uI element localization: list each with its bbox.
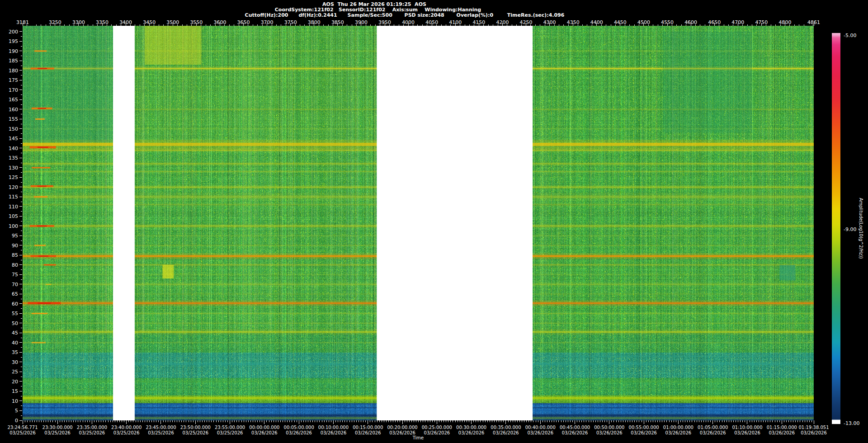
left-axis-minor-tick xyxy=(21,94,22,95)
bottom-axis-minor-tick xyxy=(223,420,223,422)
bottom-axis-minor-tick xyxy=(492,420,492,422)
top-axis-minor-tick xyxy=(281,24,281,26)
bottom-axis-minor-tick xyxy=(285,420,285,422)
bottom-axis-minor-tick xyxy=(676,420,676,422)
bottom-axis-minor-tick xyxy=(386,420,387,422)
top-axis-minor-tick xyxy=(507,24,507,26)
bottom-axis-minor-tick xyxy=(556,420,557,422)
bottom-axis-minor-tick xyxy=(287,420,288,422)
left-axis-minor-tick xyxy=(21,367,22,367)
bottom-axis-minor-tick xyxy=(689,420,690,422)
left-axis-minor-tick xyxy=(21,318,22,319)
top-axis-minor-tick xyxy=(417,24,418,26)
top-axis-minor-tick xyxy=(498,24,498,26)
bottom-axis-minor-tick xyxy=(786,420,787,422)
top-axis-minor-tick xyxy=(323,24,324,26)
bottom-axis-minor-tick xyxy=(706,420,706,422)
bottom-axis-minor-tick xyxy=(501,420,501,422)
bottom-axis-minor-tick xyxy=(724,420,725,422)
bottom-axis-minor-tick xyxy=(779,420,780,422)
bottom-axis-minor-tick xyxy=(750,420,750,422)
bottom-axis-minor-tick xyxy=(453,420,453,422)
bottom-axis-minor-tick xyxy=(765,420,766,422)
left-axis-minor-tick xyxy=(21,66,22,66)
top-axis-minor-tick xyxy=(83,24,84,26)
bottom-axis-minor-tick xyxy=(271,420,272,422)
left-axis-label: 55 xyxy=(0,311,18,316)
top-axis-minor-tick xyxy=(488,24,489,26)
bottom-axis-minor-tick xyxy=(94,420,94,422)
app-window: { "header": { "line1": "AOS Thu 26 Mar 2… xyxy=(0,0,868,443)
bottom-axis-minor-tick xyxy=(168,420,168,422)
top-axis-minor-tick xyxy=(177,24,178,26)
top-axis-minor-tick xyxy=(234,24,234,26)
left-axis-minor-tick xyxy=(21,221,22,222)
top-axis-minor-tick xyxy=(446,24,446,26)
bottom-axis-minor-tick xyxy=(60,420,60,422)
top-axis-minor-tick xyxy=(483,24,484,26)
bottom-axis-label: 00:15:00.000 03/26/2026 xyxy=(353,425,383,436)
bottom-axis-minor-tick xyxy=(39,420,39,422)
spectrogram-plot[interactable] xyxy=(23,26,814,420)
bottom-axis-minor-tick xyxy=(669,420,670,422)
bottom-axis-minor-tick xyxy=(393,420,393,422)
top-axis-minor-tick xyxy=(182,24,183,26)
bottom-axis-minor-tick xyxy=(379,420,380,422)
left-axis-minor-tick xyxy=(21,279,22,280)
top-axis-minor-tick xyxy=(559,24,559,26)
bottom-axis-minor-tick xyxy=(236,420,237,422)
bottom-axis-minor-tick xyxy=(763,420,764,422)
bottom-axis-minor-tick xyxy=(198,420,198,422)
bottom-axis-minor-tick xyxy=(43,420,44,422)
bottom-axis-minor-tick xyxy=(147,420,147,422)
bottom-axis-tick xyxy=(712,420,713,424)
bottom-axis-minor-tick xyxy=(458,420,458,422)
bottom-axis-minor-tick xyxy=(108,420,108,422)
bottom-axis-label: 00:05:00.000 03/26/2026 xyxy=(284,425,314,436)
bottom-axis-label: 00:30:00.000 03/26/2026 xyxy=(456,425,486,436)
top-axis-minor-tick xyxy=(460,24,460,26)
bottom-axis-minor-tick xyxy=(441,420,442,422)
top-axis-tick xyxy=(102,23,103,26)
bottom-axis-minor-tick xyxy=(533,420,533,422)
bottom-axis-minor-tick xyxy=(722,420,722,422)
bottom-axis-minor-tick xyxy=(414,420,414,422)
top-axis-minor-tick xyxy=(719,24,719,26)
bottom-axis-minor-tick xyxy=(464,420,465,422)
bottom-axis-minor-tick xyxy=(526,420,527,422)
bottom-axis-minor-tick xyxy=(377,420,377,422)
bottom-axis-label: 00:00:00.000 03/26/2026 xyxy=(249,425,279,436)
bottom-axis-minor-tick xyxy=(213,420,214,422)
left-axis-tick xyxy=(19,410,22,411)
top-axis-minor-tick xyxy=(352,24,352,26)
bottom-axis-minor-tick xyxy=(432,420,433,422)
left-axis-tick xyxy=(19,167,22,168)
top-axis-minor-tick xyxy=(662,24,663,26)
bottom-axis-minor-tick xyxy=(131,420,131,422)
top-axis-tick xyxy=(620,23,620,26)
bottom-axis-minor-tick xyxy=(809,420,810,422)
bottom-axis-minor-tick xyxy=(234,420,235,422)
top-axis-minor-tick xyxy=(771,24,771,26)
top-axis-minor-tick xyxy=(163,24,164,26)
top-axis-minor-tick xyxy=(135,24,135,26)
left-axis-minor-tick xyxy=(21,56,22,56)
bottom-axis-minor-tick xyxy=(589,420,589,422)
bottom-axis-minor-tick xyxy=(175,420,175,422)
top-axis-minor-tick xyxy=(578,24,578,26)
left-axis-tick xyxy=(19,226,22,226)
left-axis-tick xyxy=(19,51,22,51)
bottom-axis-minor-tick xyxy=(294,420,295,422)
bottom-axis-minor-tick xyxy=(372,420,373,422)
bottom-axis-minor-tick xyxy=(662,420,662,422)
bottom-axis-minor-tick xyxy=(128,420,129,422)
bottom-axis-minor-tick xyxy=(411,420,412,422)
left-axis-minor-tick xyxy=(21,308,22,309)
left-axis-label: 65 xyxy=(0,291,18,297)
left-axis-minor-tick xyxy=(21,153,22,153)
bottom-axis-minor-tick xyxy=(257,420,258,422)
left-axis-label: 175 xyxy=(0,77,18,83)
top-axis-minor-tick xyxy=(587,24,587,26)
top-axis-minor-tick xyxy=(733,24,733,26)
top-axis-minor-tick xyxy=(111,24,112,26)
